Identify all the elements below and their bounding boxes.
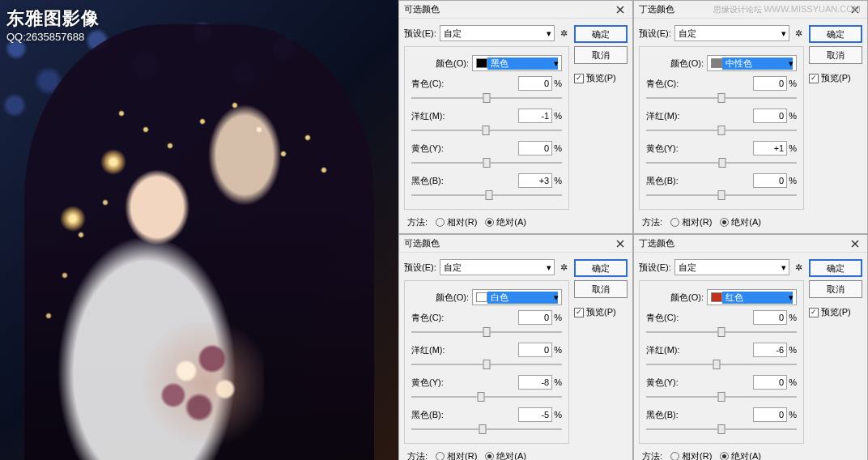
black-input[interactable] [753, 407, 787, 422]
black-slider[interactable] [646, 190, 797, 201]
absolute-label: 绝对(A) [496, 216, 526, 228]
black-slider[interactable] [411, 424, 562, 435]
preset-value: 自定 [444, 28, 462, 40]
preset-select[interactable]: 自定▾ [440, 259, 555, 275]
watermark: 东雅图影像 QQ:2635857688 [6, 6, 100, 43]
preview-photo: 东雅图影像 QQ:2635857688 [0, 0, 398, 460]
black-input[interactable] [518, 173, 552, 188]
bouquet-decor [134, 322, 264, 444]
absolute-radio[interactable]: 绝对(A) [485, 216, 526, 228]
preset-label: 预设(E): [639, 28, 671, 40]
cancel-button[interactable]: 取消 [809, 280, 862, 298]
cyan-slider[interactable] [411, 326, 562, 338]
color-select[interactable]: 中性色▾ [707, 55, 797, 71]
preview-checkbox[interactable]: ✓ [574, 308, 584, 317]
black-slider[interactable] [411, 190, 562, 201]
ok-button[interactable]: 确定 [574, 259, 628, 277]
cancel-button[interactable]: 取消 [809, 46, 862, 64]
color-name: 黑色 [487, 58, 558, 70]
yellow-input[interactable] [518, 375, 552, 390]
absolute-radio[interactable]: 绝对(A) [720, 450, 761, 460]
relative-radio[interactable]: 相对(R) [436, 450, 477, 460]
gear-icon[interactable]: ✲ [793, 262, 804, 273]
color-label: 颜色(O): [436, 58, 469, 70]
relative-radio[interactable]: 相对(R) [670, 216, 712, 228]
color-swatch [476, 58, 487, 68]
cyan-input[interactable] [518, 76, 552, 91]
color-select[interactable]: 黑色 ▾ [472, 55, 562, 71]
preview-checkbox[interactable]: ✓ [809, 308, 819, 317]
cyan-slider[interactable] [411, 92, 562, 104]
color-swatch [476, 292, 487, 302]
pct: % [554, 143, 562, 153]
close-icon[interactable] [613, 2, 628, 17]
black-label: 黑色(B): [411, 175, 444, 187]
chevron-down-icon: ▾ [781, 262, 786, 273]
chevron-down-icon: ▾ [554, 58, 559, 69]
cyan-label: 青色(C): [411, 78, 444, 90]
yellow-slider[interactable] [411, 157, 562, 168]
yellow-label: 黄色(Y): [411, 143, 444, 155]
chevron-down-icon: ▾ [547, 28, 551, 39]
ok-button[interactable]: 确定 [574, 25, 628, 43]
yellow-slider[interactable] [646, 391, 797, 402]
gear-icon[interactable]: ✲ [793, 28, 804, 39]
preset-select[interactable]: 自定▾ [674, 25, 789, 41]
color-select[interactable]: 红色▾ [707, 289, 797, 305]
absolute-radio[interactable]: 绝对(A) [485, 450, 526, 460]
preset-select[interactable]: 自定 ▾ [440, 25, 555, 41]
color-name: 中性色 [722, 58, 793, 70]
magenta-slider[interactable] [411, 359, 562, 370]
magenta-slider[interactable] [646, 359, 797, 370]
black-input[interactable] [518, 407, 552, 422]
magenta-input[interactable] [753, 109, 787, 123]
watermark-title: 东雅图影像 [6, 6, 100, 31]
selective-color-dialog-white: 可选颜色 预设(E): 自定▾ ✲ 颜色(O): 白色▾ 青色(C):% 洋红(… [398, 234, 633, 460]
absolute-radio[interactable]: 绝对(A) [720, 216, 761, 228]
magenta-slider[interactable] [646, 125, 797, 136]
yellow-slider[interactable] [411, 391, 562, 402]
ok-button[interactable]: 确定 [809, 259, 862, 277]
gear-icon[interactable]: ✲ [558, 262, 569, 273]
selective-color-dialog-black: 可选颜色 预设(E): 自定 ▾ ✲ 颜色(O): [398, 0, 633, 234]
cyan-slider[interactable] [646, 326, 797, 338]
color-select[interactable]: 白色▾ [472, 289, 562, 305]
magenta-input[interactable] [518, 109, 552, 123]
cyan-input[interactable] [753, 76, 787, 91]
yellow-slider[interactable] [646, 157, 797, 168]
yellow-input[interactable] [518, 141, 552, 155]
magenta-input[interactable] [518, 343, 552, 357]
magenta-slider[interactable] [411, 125, 562, 136]
preview-checkbox[interactable]: ✓ [574, 74, 584, 83]
color-label: 颜色(O): [670, 58, 704, 70]
black-input[interactable] [753, 173, 787, 188]
color-name: 红色 [722, 292, 793, 304]
dialog-title: 可选颜色 [404, 3, 440, 15]
close-icon[interactable] [848, 236, 862, 251]
chevron-down-icon: ▾ [789, 58, 794, 69]
dialog-titlebar: 可选颜色 [399, 235, 632, 253]
cancel-button[interactable]: 取消 [574, 46, 628, 64]
relative-radio[interactable]: 相对(R) [436, 216, 477, 228]
black-slider[interactable] [646, 424, 797, 435]
ok-button[interactable]: 确定 [809, 25, 862, 43]
cyan-slider[interactable] [646, 92, 797, 104]
preview-label: 预览(P) [586, 72, 616, 84]
yellow-input[interactable] [753, 141, 787, 155]
close-icon[interactable] [613, 236, 628, 251]
cyan-input[interactable] [518, 310, 552, 325]
preset-select[interactable]: 自定▾ [674, 259, 789, 275]
magenta-input[interactable] [753, 343, 787, 357]
magenta-label: 洋红(M): [411, 110, 445, 122]
yellow-input[interactable] [753, 375, 787, 390]
dialog-titlebar: 可选颜色 [399, 1, 632, 19]
close-icon[interactable] [848, 2, 862, 17]
cyan-input[interactable] [753, 310, 787, 325]
cancel-button[interactable]: 取消 [574, 280, 628, 298]
relative-radio[interactable]: 相对(R) [670, 450, 712, 460]
gear-icon[interactable]: ✲ [558, 28, 569, 39]
chevron-down-icon: ▾ [547, 262, 551, 273]
preview-checkbox[interactable]: ✓ [809, 74, 819, 83]
color-swatch [711, 292, 722, 302]
color-swatch [711, 58, 722, 68]
